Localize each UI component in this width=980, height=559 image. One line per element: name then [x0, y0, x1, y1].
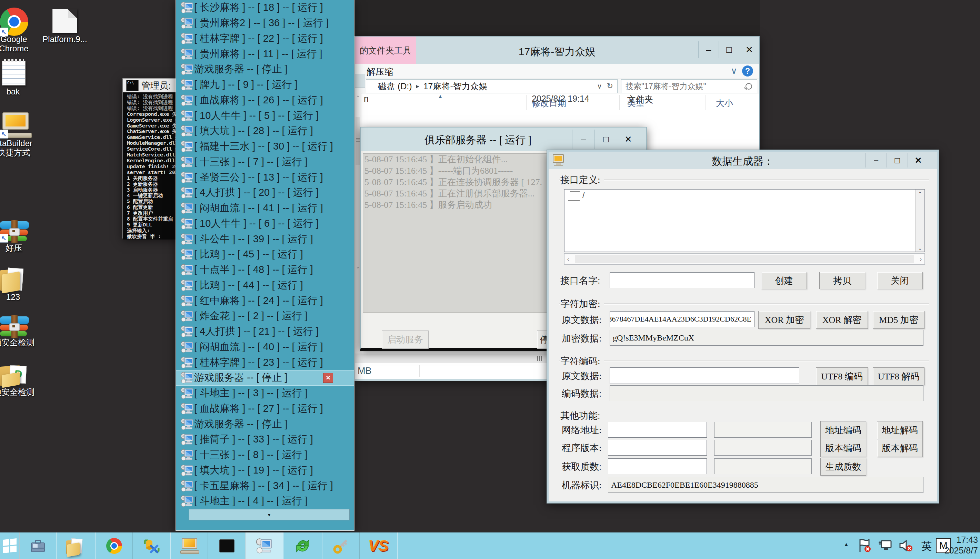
version-encode-button[interactable]: 版本编码	[820, 439, 866, 457]
address-bar[interactable]: 磁盘 (D:) ▸ 17麻将-智力众娱 ∨ ↻	[366, 79, 617, 93]
action-center-flag-icon[interactable]	[857, 538, 872, 553]
utf8-decode-button[interactable]: UTF8 解码	[873, 367, 924, 385]
close-button[interactable]: ✕	[739, 41, 759, 58]
taskbar-db-tool[interactable]	[132, 533, 171, 559]
encoded-data-box[interactable]	[610, 385, 924, 401]
server-list-item[interactable]: [ 桂林字牌 ] -- [ 23 ] -- [ 运行 ] ✕	[176, 355, 354, 370]
encode-plain-input[interactable]	[610, 367, 799, 384]
server-list-item[interactable]: [ 贵州麻将2 ] -- [ 36 ] -- [ 运行 ] ✕	[176, 15, 354, 31]
close-item-button[interactable]: ✕	[323, 373, 333, 383]
taskbar-server-manager[interactable]	[19, 533, 56, 559]
server-list-item[interactable]: [ 炸金花 ] -- [ 2 ] -- [ 运行 ] ✕	[176, 308, 354, 324]
maximize-button[interactable]: □	[594, 130, 617, 149]
server-list-item[interactable]: [ 比鸡 ] -- [ 44 ] -- [ 运行 ] ✕	[176, 278, 354, 293]
server-list-item[interactable]: 游戏服务器 -- [ 停止 ] ✕	[176, 416, 354, 432]
minimize-button[interactable]: –	[572, 130, 594, 149]
ribbon-collapse-icon[interactable]: ∨	[731, 66, 737, 76]
server-list-item[interactable]: [ 红中麻将 ] -- [ 24 ] -- [ 运行 ] ✕	[176, 293, 354, 308]
search-icon[interactable]	[745, 83, 752, 89]
generator-title-bar[interactable]: 数据生成器： – □ ✕	[549, 152, 937, 169]
desktop-icon-label[interactable]: 123	[0, 292, 44, 301]
taskbar-chrome[interactable]	[95, 533, 133, 559]
taskbar-key-tool[interactable]	[322, 533, 360, 559]
desktop-icon-platform[interactable]	[52, 9, 77, 33]
server-list-item[interactable]: [ 贵州麻将 ] -- [ 11 ] -- [ 运行 ] ✕	[176, 46, 354, 62]
scroll-down-icon[interactable]: ⌄	[915, 245, 924, 251]
scrollbar-thumb[interactable]	[356, 117, 360, 165]
desktop-icon-label[interactable]: 好压	[0, 243, 45, 253]
start-service-button[interactable]: 启动服务	[382, 331, 429, 349]
server-list-item[interactable]: [ 十点半 ] -- [ 48 ] -- [ 运行 ] ✕	[176, 262, 354, 278]
desktop-icon-label[interactable]: ataBuilder 快捷方式	[0, 139, 45, 157]
machine-id-box[interactable]: AE4E8DCBE62F0EBE1E60E34919880885	[608, 477, 924, 493]
address-decode-button[interactable]: 地址解码	[877, 421, 923, 439]
server-list-item[interactable]: [ 十三张 ] -- [ 8 ] -- [ 运行 ] ✕	[176, 447, 354, 463]
server-list-item[interactable]: [ 10人牛牛 ] -- [ 5 ] -- [ 运行 ] ✕	[176, 108, 354, 123]
server-list-item[interactable]: [ 4人打拱 ] -- [ 20 ] -- [ 运行 ] ✕	[176, 185, 354, 200]
xor-encrypt-button[interactable]: XOR 加密	[758, 311, 810, 329]
net-address-result[interactable]	[714, 422, 812, 438]
maximize-button[interactable]: □	[718, 41, 739, 58]
refresh-icon[interactable]: ↻	[607, 82, 613, 91]
club-title-bar[interactable]: 俱乐部服务器 -- [ 运行 ] – □ ✕	[361, 127, 646, 151]
scroll-up-icon[interactable]: ⌃	[355, 95, 361, 100]
taskbar-file-explorer[interactable]	[56, 533, 96, 559]
server-list-item[interactable]: [ 牌九 ] -- [ 9 ] -- [ 运行 ] ✕	[176, 77, 354, 93]
close-button[interactable]: ✕	[907, 153, 929, 167]
taskbar-cmd[interactable]	[208, 533, 246, 559]
server-list-item[interactable]: 游戏服务器 -- [ 停止 ] ✕	[176, 370, 354, 385]
ime-language-indicator[interactable]: 英	[921, 539, 932, 554]
taskbar-clock[interactable]: 17:43 2025/8/7	[945, 534, 978, 556]
xor-decrypt-button[interactable]: XOR 解密	[816, 311, 868, 329]
file-row[interactable]: 文件夹	[361, 94, 759, 108]
tray-expand-icon[interactable]: ▲	[843, 541, 849, 547]
server-list-item[interactable]: [ 闷胡血流 ] -- [ 40 ] -- [ 运行 ] ✕	[176, 339, 354, 355]
network-status-icon[interactable]	[877, 538, 893, 553]
md5-encrypt-button[interactable]: MD5 加密	[873, 311, 924, 329]
address-dropdown-icon[interactable]: ∨	[597, 82, 602, 90]
desktop-icon-chrome[interactable]: ↖	[0, 8, 28, 36]
close-button[interactable]: ✕	[617, 130, 639, 149]
textarea-vscrollbar[interactable]: ⌃ ⌄	[915, 190, 924, 251]
nav-buttons-fragment[interactable]	[355, 74, 365, 88]
desktop-icon-label[interactable]: Platform.9...	[34, 35, 96, 44]
version-input[interactable]	[608, 440, 707, 456]
interface-name-input[interactable]	[610, 272, 755, 288]
server-list-item[interactable]: [ 血战麻将 ] -- [ 26 ] -- [ 运行 ] ✕	[176, 93, 354, 108]
server-list-item[interactable]: [ 闷胡血流 ] -- [ 41 ] -- [ 运行 ] ✕	[176, 200, 354, 216]
desktop-icon-databuilder[interactable]: ↖	[0, 112, 31, 138]
taskbar-sync-tool[interactable]	[283, 533, 323, 559]
minimize-button[interactable]: –	[698, 41, 718, 58]
scroll-more-button[interactable]: ▾	[189, 509, 350, 520]
server-list-item[interactable]: [ 斗地主 ] -- [ 3 ] -- [ 运行 ] ✕	[176, 385, 354, 401]
net-address-input[interactable]	[608, 422, 707, 438]
breadcrumb-drive[interactable]: 磁盘 (D:)	[378, 81, 412, 92]
desktop-icon-haozip[interactable]: ↖	[0, 221, 29, 242]
server-list-item[interactable]: [ 填大坑 ] -- [ 28 ] -- [ 运行 ] ✕	[176, 123, 354, 139]
taskbar-server-list-app[interactable]	[245, 533, 283, 559]
utf8-encode-button[interactable]: UTF8 编码	[816, 367, 868, 385]
prime-input[interactable]	[608, 458, 707, 474]
interface-definition-textarea[interactable]: / ⌃ ⌄	[564, 189, 925, 252]
desktop-icon-label[interactable]: 频安全检测	[0, 338, 45, 347]
server-list-item[interactable]: [ 10人牛牛 ] -- [ 6 ] -- [ 运行 ] ✕	[176, 216, 354, 232]
generate-prime-button[interactable]: 生成质数	[820, 458, 866, 476]
server-list-item[interactable]: [ 圣贤三公 ] -- [ 13 ] -- [ 运行 ] ✕	[176, 170, 354, 185]
textarea-hscrollbar[interactable]: ‹ ›	[564, 253, 925, 265]
scroll-left-icon[interactable]: ‹	[567, 256, 569, 262]
server-list-item[interactable]: [ 长沙麻将 ] -- [ 18 ] -- [ 运行 ] ✕	[176, 0, 354, 15]
plain-data-input[interactable]: 8F3678467DE4AE14AA23D6C3D192CD62C8E	[610, 311, 755, 327]
server-list-item[interactable]: [ 填大坑 ] -- [ 19 ] -- [ 运行 ] ✕	[176, 463, 354, 478]
close-iface-button[interactable]: 关闭	[877, 272, 923, 289]
server-list-item[interactable]: [ 福建十三水 ] -- [ 30 ] -- [ 运行 ] ✕	[176, 139, 354, 154]
volume-muted-icon[interactable]	[898, 538, 914, 553]
copy-button[interactable]: 拷贝	[819, 272, 865, 289]
server-list-item[interactable]: [ 4人打拱 ] -- [ 21 ] -- [ 运行 ] ✕	[176, 324, 354, 339]
scroll-right-icon[interactable]: ›	[920, 256, 922, 262]
version-result[interactable]	[714, 440, 812, 456]
server-list-item[interactable]: [ 比鸡 ] -- [ 45 ] -- [ 运行 ] ✕	[176, 247, 354, 262]
desktop-icon-security-folder[interactable]: D	[0, 364, 28, 387]
taskbar-vs[interactable]: VS	[359, 533, 397, 559]
prime-result[interactable]	[714, 458, 812, 474]
server-list-item[interactable]: [ 十三张 ] -- [ 7 ] -- [ 运行 ] ✕	[176, 154, 354, 170]
